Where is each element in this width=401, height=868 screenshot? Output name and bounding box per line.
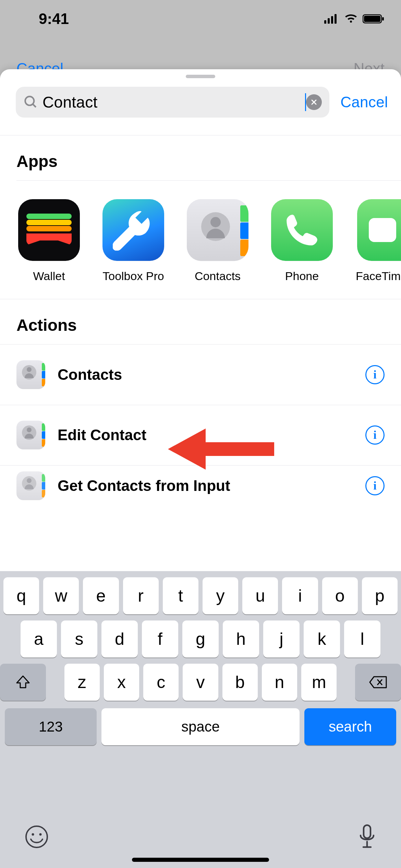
app-label: Wallet: [16, 269, 82, 283]
svg-rect-0: [324, 20, 326, 24]
key-h[interactable]: h: [223, 620, 259, 658]
space-key[interactable]: space: [101, 708, 300, 745]
keyboard: q w e r t y u i o p a s d f g h j k l: [0, 571, 401, 868]
svg-rect-3: [335, 14, 337, 24]
action-title: Edit Contact: [58, 426, 365, 444]
app-phone[interactable]: Phone: [269, 199, 335, 283]
cellular-icon: [324, 14, 339, 24]
action-get-contacts-from-input[interactable]: Get Contacts from Input i: [0, 465, 401, 506]
action-contacts[interactable]: Contacts i: [0, 345, 401, 405]
shift-key[interactable]: [0, 664, 46, 701]
key-a[interactable]: a: [21, 620, 57, 658]
key-f[interactable]: f: [142, 620, 178, 658]
toolbox-icon: [102, 199, 164, 261]
contacts-app-icon: [16, 421, 45, 449]
key-j[interactable]: j: [263, 620, 300, 658]
action-title: Get Contacts from Input: [58, 477, 365, 494]
key-v[interactable]: v: [183, 664, 218, 701]
backspace-key[interactable]: [355, 664, 401, 701]
app-label: FaceTime: [354, 269, 401, 283]
app-facetime[interactable]: FaceTime: [354, 199, 401, 283]
key-b[interactable]: b: [222, 664, 258, 701]
key-x[interactable]: x: [104, 664, 139, 701]
key-k[interactable]: k: [304, 620, 340, 658]
svg-point-10: [32, 833, 34, 835]
microphone-icon: [358, 824, 376, 850]
status-bar: 9:41: [0, 0, 401, 38]
key-c[interactable]: c: [143, 664, 179, 701]
key-z[interactable]: z: [64, 664, 100, 701]
battery-icon: [363, 14, 385, 24]
emoji-button[interactable]: [25, 825, 49, 850]
apps-header: Apps: [0, 135, 401, 180]
wifi-icon: [343, 14, 359, 24]
key-d[interactable]: d: [101, 620, 138, 658]
svg-point-7: [25, 97, 34, 106]
facetime-icon: [357, 199, 401, 261]
status-indicators: [324, 14, 385, 24]
app-label: Toolbox Pro: [101, 269, 166, 283]
search-icon: [23, 95, 38, 110]
key-l[interactable]: l: [344, 620, 380, 658]
key-m[interactable]: m: [301, 664, 337, 701]
key-y[interactable]: y: [203, 577, 238, 614]
key-o[interactable]: o: [322, 577, 358, 614]
svg-rect-6: [382, 17, 384, 21]
key-t[interactable]: t: [163, 577, 198, 614]
wallet-icon: [18, 199, 80, 261]
app-wallet[interactable]: Wallet: [16, 199, 82, 283]
action-title: Contacts: [58, 366, 365, 383]
search-text: Contact: [42, 93, 306, 111]
contacts-app-icon: [16, 360, 45, 389]
app-label: Phone: [269, 269, 335, 283]
search-key[interactable]: search: [304, 708, 396, 745]
home-indicator[interactable]: [132, 858, 269, 862]
contacts-icon: [187, 199, 248, 261]
backspace-icon: [368, 675, 388, 689]
key-q[interactable]: q: [3, 577, 39, 614]
info-button[interactable]: i: [365, 365, 385, 384]
svg-point-11: [39, 833, 42, 835]
svg-rect-12: [364, 825, 370, 838]
svg-point-9: [26, 826, 47, 847]
actions-list: Contacts i Edit Contact i Get Contacts f…: [0, 345, 401, 506]
app-contacts[interactable]: Contacts: [185, 199, 250, 283]
key-n[interactable]: n: [262, 664, 297, 701]
search-row: Contact Cancel: [0, 85, 401, 119]
key-s[interactable]: s: [61, 620, 97, 658]
contacts-app-icon: [16, 471, 45, 500]
svg-rect-1: [328, 18, 330, 24]
search-field[interactable]: Contact: [16, 87, 329, 118]
svg-rect-5: [364, 16, 380, 22]
sheet-grabber[interactable]: [186, 75, 215, 78]
clear-search-button[interactable]: [306, 94, 322, 110]
key-w[interactable]: w: [43, 577, 79, 614]
keyboard-row-3: z x c v b n m: [0, 664, 401, 701]
actions-header: Actions: [0, 299, 401, 344]
info-button[interactable]: i: [365, 425, 385, 445]
shift-icon: [15, 674, 31, 690]
key-g[interactable]: g: [182, 620, 219, 658]
apps-row[interactable]: Wallet Toolbox Pro Contacts: [0, 181, 401, 299]
key-u[interactable]: u: [242, 577, 278, 614]
cancel-button[interactable]: Cancel: [338, 94, 390, 111]
key-e[interactable]: e: [83, 577, 119, 614]
app-label: Contacts: [185, 269, 250, 283]
key-i[interactable]: i: [282, 577, 318, 614]
numbers-key[interactable]: 123: [5, 708, 97, 745]
status-clock: 9:41: [39, 10, 69, 27]
action-edit-contact[interactable]: Edit Contact i: [0, 405, 401, 465]
phone-icon: [271, 199, 333, 261]
info-button[interactable]: i: [365, 476, 385, 495]
app-toolbox-pro[interactable]: Toolbox Pro: [101, 199, 166, 283]
dictation-button[interactable]: [358, 824, 376, 851]
key-r[interactable]: r: [123, 577, 159, 614]
keyboard-row-2: a s d f g h j k l: [0, 620, 401, 658]
svg-rect-2: [331, 16, 333, 24]
clear-icon: [311, 99, 317, 106]
keyboard-row-1: q w e r t y u i o p: [0, 577, 401, 614]
svg-line-8: [33, 104, 36, 107]
key-p[interactable]: p: [362, 577, 398, 614]
keyboard-row-bottom: 123 space search: [0, 708, 401, 745]
emoji-icon: [25, 825, 49, 849]
